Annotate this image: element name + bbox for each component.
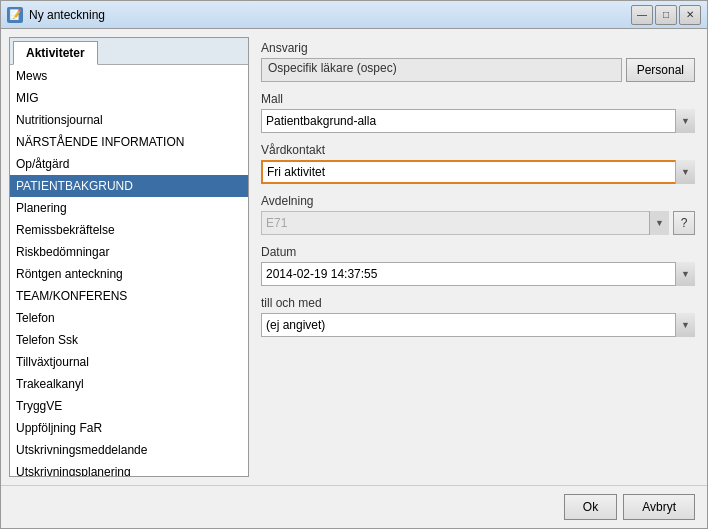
list-item-opatgard[interactable]: Op/åtgärd — [10, 153, 248, 175]
title-bar: 📝 Ny anteckning — □ ✕ — [1, 1, 707, 29]
left-panel: Aktiviteter MewsMIGNutritionsjournalNÄRS… — [9, 37, 249, 477]
datum-row: 2014-02-19 14:37:55 ▼ — [261, 262, 695, 286]
ansvarig-group: Ansvarig Ospecifik läkare (ospec) Person… — [261, 41, 695, 82]
personal-button[interactable]: Personal — [626, 58, 695, 82]
close-button[interactable]: ✕ — [679, 5, 701, 25]
ansvarig-value: Ospecifik läkare (ospec) — [261, 58, 622, 82]
list-item-mews[interactable]: Mews — [10, 65, 248, 87]
main-content: Aktiviteter MewsMIGNutritionsjournalNÄRS… — [1, 29, 707, 485]
minimize-button[interactable]: — — [631, 5, 653, 25]
mall-group: Mall Patientbakgrund-alla ▼ — [261, 92, 695, 133]
vardkontakt-label: Vårdkontakt — [261, 143, 695, 157]
avdelning-label: Avdelning — [261, 194, 695, 208]
cancel-button[interactable]: Avbryt — [623, 494, 695, 520]
list-item-utskrivningsplanering[interactable]: Utskrivningsplanering — [10, 461, 248, 476]
main-window: 📝 Ny anteckning — □ ✕ Aktiviteter MewsMI… — [0, 0, 708, 529]
avdelning-question-button[interactable]: ? — [673, 211, 695, 235]
list-item-telefon[interactable]: Telefon — [10, 307, 248, 329]
list-item-nutritionsjournal[interactable]: Nutritionsjournal — [10, 109, 248, 131]
list-item-narstandeinformation[interactable]: NÄRSTÅENDE INFORMATION — [10, 131, 248, 153]
bottom-bar: Ok Avbryt — [1, 485, 707, 528]
avdelning-row: E71 ▼ ? — [261, 211, 695, 235]
list-item-mig[interactable]: MIG — [10, 87, 248, 109]
till-och-med-row: (ej angivet) ▼ — [261, 313, 695, 337]
list-item-riskbedomningar[interactable]: Riskbedömningar — [10, 241, 248, 263]
datum-select[interactable]: 2014-02-19 14:37:55 — [261, 262, 695, 286]
till-och-med-select-wrapper: (ej angivet) ▼ — [261, 313, 695, 337]
list-item-trakealkanyl[interactable]: Trakealkanyl — [10, 373, 248, 395]
avdelning-group: Avdelning E71 ▼ ? — [261, 194, 695, 235]
mall-label: Mall — [261, 92, 695, 106]
ok-button[interactable]: Ok — [564, 494, 617, 520]
avdelning-select[interactable]: E71 — [261, 211, 669, 235]
mall-select-wrapper: Patientbakgrund-alla ▼ — [261, 109, 695, 133]
list-item-team[interactable]: TEAM/KONFERENS — [10, 285, 248, 307]
list-item-rontgen[interactable]: Röntgen anteckning — [10, 263, 248, 285]
vardkontakt-row: Fri aktivitet ▼ — [261, 160, 695, 184]
tab-aktiviteter[interactable]: Aktiviteter — [13, 41, 98, 65]
till-och-med-select[interactable]: (ej angivet) — [261, 313, 695, 337]
maximize-button[interactable]: □ — [655, 5, 677, 25]
list-item-tillvaxtjournal[interactable]: Tillväxtjournal — [10, 351, 248, 373]
list-item-uppfoljning_far[interactable]: Uppföljning FaR — [10, 417, 248, 439]
datum-select-wrapper: 2014-02-19 14:37:55 ▼ — [261, 262, 695, 286]
list-item-telefon_ssk[interactable]: Telefon Ssk — [10, 329, 248, 351]
ansvarig-label: Ansvarig — [261, 41, 695, 55]
datum-label: Datum — [261, 245, 695, 259]
right-panel: Ansvarig Ospecifik läkare (ospec) Person… — [257, 37, 699, 477]
list-item-tryggve[interactable]: TryggVE — [10, 395, 248, 417]
vardkontakt-select-wrapper: Fri aktivitet ▼ — [261, 160, 695, 184]
tab-bar: Aktiviteter — [10, 38, 248, 65]
till-och-med-group: till och med (ej angivet) ▼ — [261, 296, 695, 337]
vardkontakt-group: Vårdkontakt Fri aktivitet ▼ — [261, 143, 695, 184]
window-icon: 📝 — [7, 7, 23, 23]
ansvarig-row: Ospecifik läkare (ospec) Personal — [261, 58, 695, 82]
list-item-patientbakgrund[interactable]: PATIENTBAKGRUND — [10, 175, 248, 197]
mall-row: Patientbakgrund-alla ▼ — [261, 109, 695, 133]
window-title: Ny anteckning — [29, 8, 105, 22]
avdelning-select-wrapper: E71 ▼ — [261, 211, 669, 235]
till-och-med-label: till och med — [261, 296, 695, 310]
list-item-utskrivningsmeddelande[interactable]: Utskrivningsmeddelande — [10, 439, 248, 461]
vardkontakt-select[interactable]: Fri aktivitet — [261, 160, 695, 184]
datum-group: Datum 2014-02-19 14:37:55 ▼ — [261, 245, 695, 286]
window-controls: — □ ✕ — [631, 5, 701, 25]
activity-list[interactable]: MewsMIGNutritionsjournalNÄRSTÅENDE INFOR… — [10, 65, 248, 476]
list-item-planering[interactable]: Planering — [10, 197, 248, 219]
mall-select[interactable]: Patientbakgrund-alla — [261, 109, 695, 133]
list-item-remissbekraftelse[interactable]: Remissbekräftelse — [10, 219, 248, 241]
